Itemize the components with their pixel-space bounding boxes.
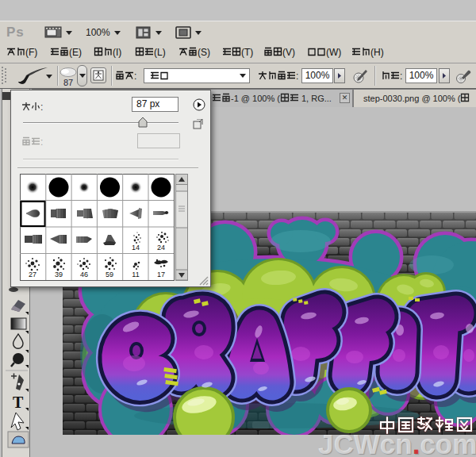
svg-text:59: 59	[106, 271, 113, 278]
svg-text:24: 24	[157, 244, 165, 252]
svg-text:27: 27	[29, 271, 36, 278]
svg-text:14: 14	[132, 244, 140, 252]
svg-text:46: 46	[80, 271, 88, 278]
svg-text:100%: 100%	[86, 27, 110, 38]
svg-text:T: T	[13, 394, 24, 411]
svg-text:17: 17	[157, 271, 165, 278]
svg-text:11: 11	[132, 271, 139, 278]
svg-text:39: 39	[55, 271, 63, 278]
